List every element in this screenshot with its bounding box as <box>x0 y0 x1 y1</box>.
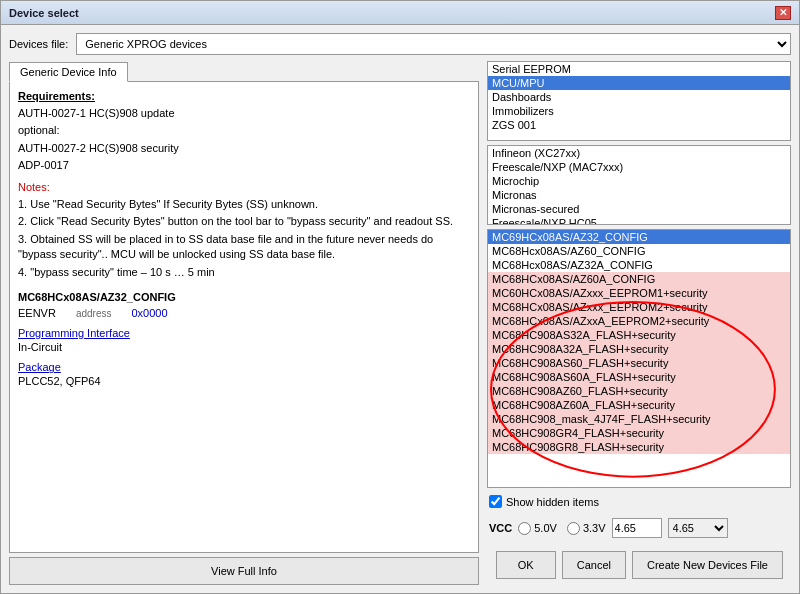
list-item[interactable]: MC68HC908_mask_4J74F_FLASH+security <box>488 412 790 426</box>
bottom-buttons: OK Cancel Create New Devices File <box>487 545 791 585</box>
list-item[interactable]: Infineon (XC27xx) <box>488 146 790 160</box>
vcc-33v-label: 3.3V <box>583 522 606 534</box>
note1: 1. Use "Read Security Bytes" If Security… <box>18 197 470 212</box>
req3: AUTH-0027-2 HC(S)908 security <box>18 141 470 156</box>
list-item[interactable]: Serial EEPROM <box>488 62 790 76</box>
list-item[interactable]: MC68Hcx08AS/AZ32A_CONFIG <box>488 258 790 272</box>
package-value: PLCC52, QFP64 <box>18 375 470 387</box>
list-item[interactable]: MC68HC908GR8_FLASH+security <box>488 440 790 454</box>
req1: AUTH-0027-1 HC(S)908 update <box>18 106 470 121</box>
list-item[interactable]: ZGS 001 <box>488 118 790 132</box>
vcc-radio-group: 5.0V 3.3V <box>518 522 605 535</box>
view-full-info-button[interactable]: View Full Info <box>9 557 479 585</box>
category-list-top[interactable]: Serial EEPROMMCU/MPUDashboardsImmobilize… <box>487 61 791 141</box>
left-content: Requirements: AUTH-0027-1 HC(S)908 updat… <box>9 82 479 553</box>
package-link[interactable]: Package <box>18 361 470 373</box>
left-panel: Generic Device Info Requirements: AUTH-0… <box>9 61 479 585</box>
list-item[interactable]: MC68HC908A32A_FLASH+security <box>488 342 790 356</box>
list-item[interactable]: Freescale/NXP HC05 <box>488 216 790 225</box>
vcc-row: VCC 5.0V 3.3V 4.65 <box>487 515 791 541</box>
tab-bar: Generic Device Info <box>9 61 479 82</box>
vcc-33v-option[interactable]: 3.3V <box>567 522 606 535</box>
list-item[interactable]: MC68HCx08AS/AZ60A_CONFIG <box>488 272 790 286</box>
req4: ADP-0017 <box>18 158 470 173</box>
list-item[interactable]: MC68HC908AS60A_FLASH+security <box>488 370 790 384</box>
vcc-label: VCC <box>489 522 512 534</box>
note2: 2. Click "Read Security Bytes" button on… <box>18 214 470 229</box>
dialog-body: Devices file: Generic XPROG devices Gene… <box>1 25 799 593</box>
list-item[interactable]: MC60HCx08AS/AZxxx_EEPROM1+security <box>488 286 790 300</box>
vcc-33v-radio[interactable] <box>567 522 580 535</box>
list-item[interactable]: Micronas-secured <box>488 202 790 216</box>
vcc-5v-option[interactable]: 5.0V <box>518 522 557 535</box>
vcc-value-input[interactable] <box>612 518 662 538</box>
address-label: address <box>76 308 112 319</box>
category-list-mid[interactable]: Infineon (XC27xx)Freescale/NXP (MAC7xxx)… <box>487 145 791 225</box>
devices-file-select[interactable]: Generic XPROG devices <box>76 33 791 55</box>
list-item[interactable]: MC68HC908AS60_FLASH+security <box>488 356 790 370</box>
list-item[interactable]: MC69HCx08AS/AZ32_CONFIG <box>488 230 790 244</box>
main-area: Generic Device Info Requirements: AUTH-0… <box>9 61 791 585</box>
devices-file-label: Devices file: <box>9 38 68 50</box>
devices-file-row: Devices file: Generic XPROG devices <box>9 33 791 55</box>
title-bar: Device select ✕ <box>1 1 799 25</box>
note4: 4. "bypass security" time – 10 s … 5 min <box>18 265 470 280</box>
list-item[interactable]: MC68Hcx08AS/AZ60_CONFIG <box>488 244 790 258</box>
list-item[interactable]: MC68HC908GR4_FLASH+security <box>488 426 790 440</box>
show-hidden-row: Show hidden items <box>487 492 791 511</box>
list-item[interactable]: Freescale/NXP (MAC7xxx) <box>488 160 790 174</box>
eenvr-value: 0x0000 <box>131 307 167 319</box>
vcc-dropdown[interactable]: 4.65 <box>668 518 728 538</box>
list-item[interactable]: Dashboards <box>488 90 790 104</box>
list-item[interactable]: Micronas <box>488 188 790 202</box>
list-item[interactable]: MC68HCx08AS/AZxxA_EEPROM2+security <box>488 314 790 328</box>
dialog-title: Device select <box>9 7 79 19</box>
vcc-5v-radio[interactable] <box>518 522 531 535</box>
note3: 3. Obtained SS will be placed in to SS d… <box>18 232 470 263</box>
vcc-5v-label: 5.0V <box>534 522 557 534</box>
eenvr-row: EENVR address 0x0000 <box>18 307 470 319</box>
notes-title: Notes: <box>18 180 470 195</box>
device-list-bottom[interactable]: MC69HCx08AS/AZ32_CONFIGMC68Hcx08AS/AZ60_… <box>487 229 791 488</box>
show-hidden-label: Show hidden items <box>506 496 599 508</box>
list-item[interactable]: MCU/MPU <box>488 76 790 90</box>
list-item[interactable]: MC68HC908AS32A_FLASH+security <box>488 328 790 342</box>
req2: optional: <box>18 123 470 138</box>
device-select-dialog: Device select ✕ Devices file: Generic XP… <box>0 0 800 594</box>
list-item[interactable]: Immobilizers <box>488 104 790 118</box>
show-hidden-checkbox[interactable] <box>489 495 502 508</box>
list-item[interactable]: MC68HC908AZ60A_FLASH+security <box>488 398 790 412</box>
prog-interface-link[interactable]: Programming Interface <box>18 327 470 339</box>
device-title: MC68HCx08AS/AZ32_CONFIG <box>18 290 470 305</box>
create-new-devices-file-button[interactable]: Create New Devices File <box>632 551 783 579</box>
in-circuit-value: In-Circuit <box>18 341 470 353</box>
ok-button[interactable]: OK <box>496 551 556 579</box>
cancel-button[interactable]: Cancel <box>562 551 626 579</box>
requirements-title: Requirements: <box>18 90 470 102</box>
eenvr-label: EENVR <box>18 307 56 319</box>
close-button[interactable]: ✕ <box>775 6 791 20</box>
tab-generic-device-info[interactable]: Generic Device Info <box>9 62 128 82</box>
list-item[interactable]: Microchip <box>488 174 790 188</box>
list-item[interactable]: MC68HCx08AS/AZxxx_EEPROM2+security <box>488 300 790 314</box>
right-panel: Serial EEPROMMCU/MPUDashboardsImmobilize… <box>487 61 791 585</box>
list-item[interactable]: MC68HC908AZ60_FLASH+security <box>488 384 790 398</box>
